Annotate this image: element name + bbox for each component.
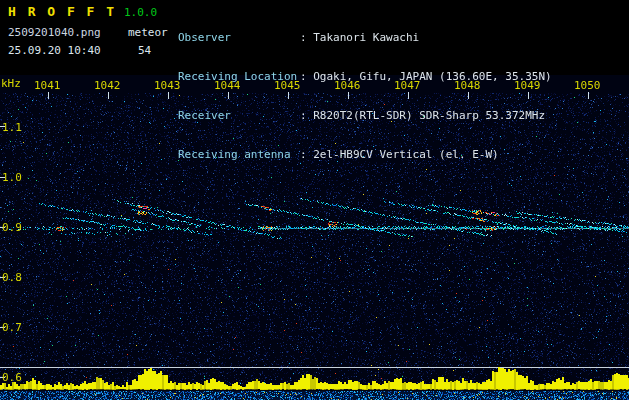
mode-label: meteor bbox=[128, 26, 168, 39]
y-axis-tick-label: 0.6 bbox=[2, 371, 22, 384]
info-value-receiver: : R820T2(RTL-SDR) SDR-Sharp 53.372MHz bbox=[300, 109, 545, 122]
x-axis-tick-label: 1049 bbox=[514, 79, 541, 92]
y-axis-tick-label: 1.0 bbox=[2, 171, 22, 184]
info-label-receiver: Receiver bbox=[178, 109, 300, 122]
x-axis-tick-label: 1046 bbox=[334, 79, 361, 92]
info-label-antenna: Receiving antenna bbox=[178, 148, 300, 161]
x-axis-tick-label: 1041 bbox=[34, 79, 61, 92]
timestamp-label: 25.09.20 10:40 bbox=[8, 44, 101, 57]
x-axis-tick-label: 1044 bbox=[214, 79, 241, 92]
x-axis-tick-label: 1048 bbox=[454, 79, 481, 92]
y-axis-tick-label: 1.1 bbox=[2, 121, 22, 134]
x-axis-tick-label: 1042 bbox=[94, 79, 121, 92]
x-axis-tick-label: 1047 bbox=[394, 79, 421, 92]
info-row-observer: Observer: Takanori Kawachi bbox=[178, 31, 552, 44]
info-row-antenna: Receiving antenna: 2el-HB9CV Vertical (e… bbox=[178, 148, 552, 161]
info-row-receiver: Receiver: R820T2(RTL-SDR) SDR-Sharp 53.3… bbox=[178, 109, 552, 122]
y-axis-tick-label: 0.9 bbox=[2, 221, 22, 234]
y-axis-tick-label: 0.8 bbox=[2, 271, 22, 284]
app-version: 1.0.0 bbox=[124, 6, 157, 19]
x-axis-tick-label: 1045 bbox=[274, 79, 301, 92]
output-filename: 2509201040.png bbox=[8, 26, 101, 39]
echo-count-label: 54 bbox=[138, 44, 151, 57]
y-axis-unit-label: kHz bbox=[1, 77, 21, 90]
info-value-observer: : Takanori Kawachi bbox=[300, 31, 419, 44]
info-label-observer: Observer bbox=[178, 31, 300, 44]
x-axis-tick-label: 1050 bbox=[574, 79, 601, 92]
app-title: H R O F F T bbox=[8, 4, 116, 19]
info-value-antenna: : 2el-HB9CV Vertical (el. E-W) bbox=[300, 148, 499, 161]
station-info: Observer: Takanori Kawachi Receiving Loc… bbox=[178, 5, 552, 187]
hrofft-output: H R O F F T 1.0.0 2509201040.png meteor … bbox=[0, 0, 629, 400]
x-axis-tick-label: 1043 bbox=[154, 79, 181, 92]
y-axis-tick-label: 0.7 bbox=[2, 321, 22, 334]
